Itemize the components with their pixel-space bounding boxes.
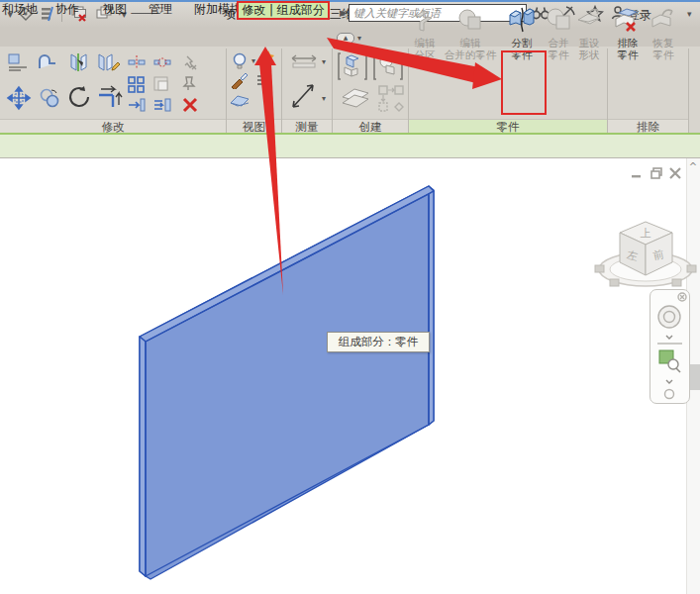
tooltip: 组成部分：零件 bbox=[327, 332, 430, 352]
zoom-region-icon[interactable] bbox=[659, 350, 680, 372]
view-minimize-icon[interactable] bbox=[630, 168, 644, 180]
tab-modify-parts[interactable]: 修改 | 组成部分 bbox=[237, 1, 330, 20]
scrollbar-up-icon[interactable]: ^ bbox=[686, 160, 700, 176]
revit-window: ·▾ ·▾ ⸻ 项目1 - 三维视图: {三维} ▶ 登录 ▾ 和场地 协作 视… bbox=[0, 0, 700, 594]
view-cube[interactable]: 上 左 前 bbox=[592, 206, 699, 297]
wall-element[interactable] bbox=[140, 186, 434, 579]
wall-3d-view bbox=[0, 0, 700, 594]
view-restore-icon[interactable] bbox=[650, 166, 663, 180]
navigation-bar-icons bbox=[650, 289, 690, 404]
viewcube-top-label: 上 bbox=[641, 227, 651, 240]
view-close-icon[interactable] bbox=[668, 166, 682, 180]
divide-parts-highlight-box bbox=[501, 50, 547, 115]
